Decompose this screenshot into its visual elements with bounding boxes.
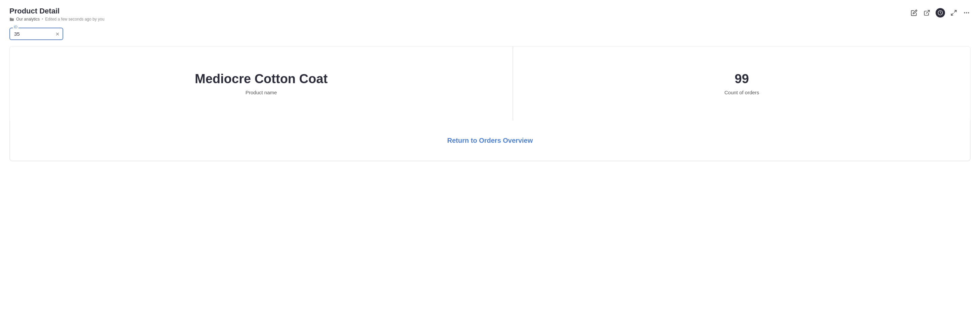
svg-line-4 (955, 10, 956, 13)
main-content: Mediocre Cotton Coat Product name 99 Cou… (10, 46, 970, 161)
filter-label: ID (13, 25, 19, 29)
product-name-card: Mediocre Cotton Coat Product name (10, 46, 513, 121)
expand-button[interactable] (950, 9, 958, 17)
history-button[interactable] (935, 8, 945, 18)
header: Product Detail Our analytics • Edited a … (10, 7, 970, 22)
more-options-button[interactable] (963, 9, 970, 17)
breadcrumb: Our analytics • Edited a few seconds ago… (10, 17, 104, 22)
external-link-button[interactable] (923, 9, 931, 17)
svg-point-6 (964, 12, 965, 13)
folder-icon (10, 17, 14, 22)
return-section: Return to Orders Overview (10, 121, 970, 161)
edit-button[interactable] (910, 9, 918, 17)
edited-timestamp: Edited a few seconds ago by you (45, 17, 104, 22)
id-filter-wrapper: ID (10, 28, 63, 40)
svg-rect-1 (10, 18, 11, 19)
cards-row: Mediocre Cotton Coat Product name 99 Cou… (10, 46, 970, 121)
svg-line-2 (926, 10, 929, 13)
page-container: Product Detail Our analytics • Edited a … (0, 0, 980, 326)
svg-line-5 (951, 13, 953, 16)
filter-area: ID (10, 28, 970, 40)
orders-count-label: Count of orders (724, 89, 759, 95)
product-name-label: Product name (245, 89, 277, 95)
product-name-value: Mediocre Cotton Coat (195, 72, 328, 86)
return-to-orders-link[interactable]: Return to Orders Overview (447, 137, 533, 144)
breadcrumb-path: Our analytics (16, 17, 40, 22)
svg-point-7 (966, 12, 967, 13)
filter-clear-button[interactable] (54, 31, 60, 37)
breadcrumb-separator: • (42, 17, 43, 22)
header-actions (910, 8, 970, 18)
header-left: Product Detail Our analytics • Edited a … (10, 7, 104, 22)
orders-count-card: 99 Count of orders (513, 46, 970, 121)
content-wrapper: Mediocre Cotton Coat Product name 99 Cou… (10, 46, 970, 161)
page-title: Product Detail (10, 7, 104, 16)
orders-count-value: 99 (735, 72, 749, 86)
svg-point-8 (968, 12, 969, 13)
